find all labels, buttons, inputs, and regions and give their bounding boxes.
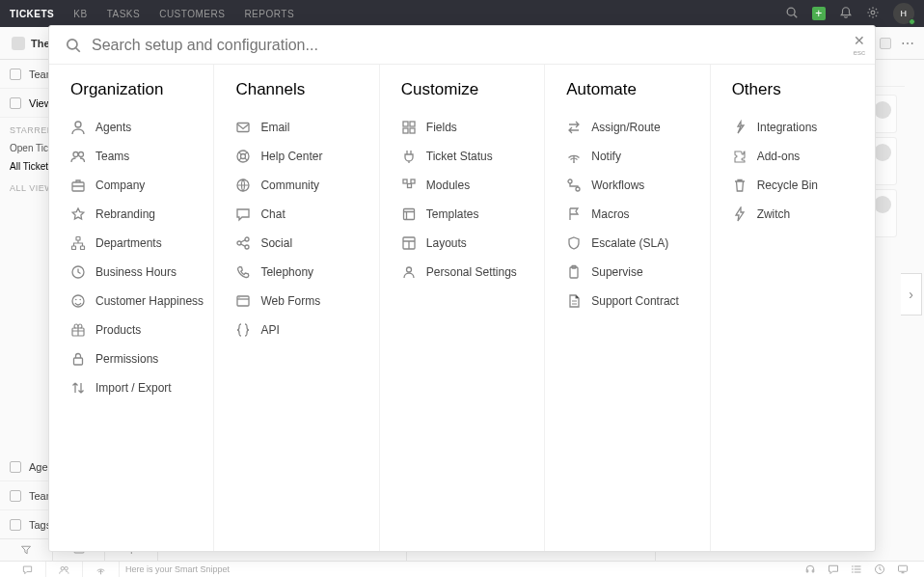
tray-contacts-icon[interactable] xyxy=(46,562,83,577)
puzzle-icon xyxy=(732,149,747,164)
squares-icon xyxy=(401,178,417,193)
setup-link[interactable]: Notify xyxy=(566,142,699,171)
tray-classic-icon[interactable] xyxy=(891,562,914,577)
tray-chat-icon[interactable] xyxy=(10,562,46,577)
layout-icon xyxy=(401,235,417,251)
setup-link[interactable]: Templates xyxy=(401,200,534,229)
signal-icon xyxy=(566,149,582,164)
setup-link-label: Community xyxy=(260,179,319,192)
flag-icon xyxy=(566,206,582,222)
more-menu[interactable]: ⋯ xyxy=(901,36,914,51)
setup-link[interactable]: Rebranding xyxy=(70,200,204,229)
category-column: OthersIntegrationsAdd-onsRecycle BinZwit… xyxy=(711,65,875,551)
user-icon xyxy=(70,120,86,135)
tray-list-icon[interactable] xyxy=(845,562,868,577)
setup-link-label: Agents xyxy=(95,121,131,134)
setup-link[interactable]: Permissions xyxy=(70,344,204,373)
nav-reports[interactable]: REPORTS xyxy=(244,9,294,19)
setup-link[interactable]: Ticket Status xyxy=(401,142,534,171)
tray-chat2-icon[interactable] xyxy=(822,562,845,577)
setup-link[interactable]: Departments xyxy=(70,229,204,258)
setup-link[interactable]: Business Hours xyxy=(70,258,204,287)
setup-link[interactable]: Email xyxy=(235,113,368,142)
plug2-icon xyxy=(732,120,747,135)
setup-link-label: Web Forms xyxy=(260,294,320,308)
nav-customers[interactable]: CUSTOMERS xyxy=(159,9,225,19)
person-icon xyxy=(401,264,417,280)
user-avatar[interactable]: H xyxy=(893,3,914,24)
setup-link[interactable]: Products xyxy=(70,316,204,344)
setup-link[interactable]: Supervise xyxy=(566,258,699,287)
phone-icon xyxy=(235,264,251,280)
shield-icon xyxy=(566,235,582,251)
setup-link[interactable]: Modules xyxy=(401,171,534,200)
setup-link[interactable]: Help Center xyxy=(235,142,368,171)
nav-tasks[interactable]: TASKS xyxy=(107,9,141,19)
template-icon xyxy=(401,206,417,222)
setup-link-label: Zwitch xyxy=(757,207,791,221)
overlay-search-input[interactable] xyxy=(92,37,836,54)
close-icon: ✕ xyxy=(854,34,865,47)
star-icon xyxy=(70,206,86,222)
setup-link[interactable]: Layouts xyxy=(401,229,534,258)
setup-link[interactable]: Recycle Bin xyxy=(732,171,865,200)
category-header: Organization xyxy=(70,80,204,99)
swap-icon xyxy=(70,380,86,396)
nav-tickets[interactable]: TICKETS xyxy=(10,9,54,19)
setup-link[interactable]: Personal Settings xyxy=(401,258,534,287)
trash-icon xyxy=(732,178,747,193)
setup-link-label: Help Center xyxy=(260,150,322,163)
setup-link[interactable]: Fields xyxy=(401,113,534,142)
nav-kb[interactable]: KB xyxy=(73,9,87,19)
setup-link[interactable]: Social xyxy=(235,229,368,258)
settings-icon[interactable] xyxy=(866,6,880,21)
setup-link-label: Macros xyxy=(591,207,629,221)
workflow-icon xyxy=(566,178,582,193)
setup-link-label: Escalate (SLA) xyxy=(591,236,668,250)
agent-avatar xyxy=(874,196,891,213)
close-button[interactable]: ✕ esc xyxy=(854,34,865,57)
setup-link-label: Workflows xyxy=(591,179,644,192)
setup-link[interactable]: Telephony xyxy=(235,258,368,287)
setup-link[interactable]: Community xyxy=(235,171,368,200)
tray-headset-icon[interactable] xyxy=(799,562,822,577)
setup-link[interactable]: Assign/Route xyxy=(566,113,699,142)
setup-link-label: Rebranding xyxy=(95,207,155,221)
scroll-right-button[interactable]: › xyxy=(901,273,922,316)
setup-link[interactable]: Teams xyxy=(70,142,204,171)
setup-link-label: Ticket Status xyxy=(426,150,493,163)
setup-link[interactable]: Workflows xyxy=(566,171,699,200)
notifications-icon[interactable] xyxy=(839,6,853,21)
search-icon[interactable] xyxy=(785,6,799,21)
globe-icon xyxy=(235,178,251,193)
setup-link[interactable]: Web Forms xyxy=(235,287,368,316)
setup-link-label: Integrations xyxy=(757,121,818,134)
sidebar-tool-funnel[interactable] xyxy=(0,539,53,561)
setup-link[interactable]: Zwitch xyxy=(732,200,865,229)
setup-link[interactable]: Support Contract xyxy=(566,287,699,316)
views-icon xyxy=(10,97,21,109)
setup-link[interactable]: Company xyxy=(70,171,204,200)
life-ring-icon xyxy=(235,149,251,164)
tray-channels-icon[interactable] xyxy=(83,562,120,577)
setup-link-label: Fields xyxy=(426,121,457,134)
setup-link[interactable]: Agents xyxy=(70,113,204,142)
category-column: AutomateAssign/RouteNotifyWorkflowsMacro… xyxy=(545,65,710,551)
lock-icon xyxy=(70,351,86,367)
mail-icon xyxy=(235,120,251,135)
add-button[interactable]: + xyxy=(812,7,826,20)
kanban-toggle[interactable] xyxy=(880,38,891,49)
setup-link[interactable]: Add-ons xyxy=(732,142,865,171)
setup-link[interactable]: Escalate (SLA) xyxy=(566,229,699,258)
category-column: ChannelsEmailHelp CenterCommunityChatSoc… xyxy=(214,65,379,551)
setup-link[interactable]: Integrations xyxy=(732,113,865,142)
setup-link[interactable]: API xyxy=(235,316,368,344)
setup-link[interactable]: Chat xyxy=(235,200,368,229)
setup-link-label: Email xyxy=(260,121,289,134)
overlay-categories: OrganizationAgentsTeamsCompanyRebranding… xyxy=(49,65,875,551)
briefcase-icon xyxy=(70,178,86,193)
setup-link[interactable]: Customer Happiness xyxy=(70,287,204,316)
tray-recent-icon[interactable] xyxy=(868,562,891,577)
setup-link[interactable]: Import / Export xyxy=(70,373,204,402)
setup-link[interactable]: Macros xyxy=(566,200,699,229)
